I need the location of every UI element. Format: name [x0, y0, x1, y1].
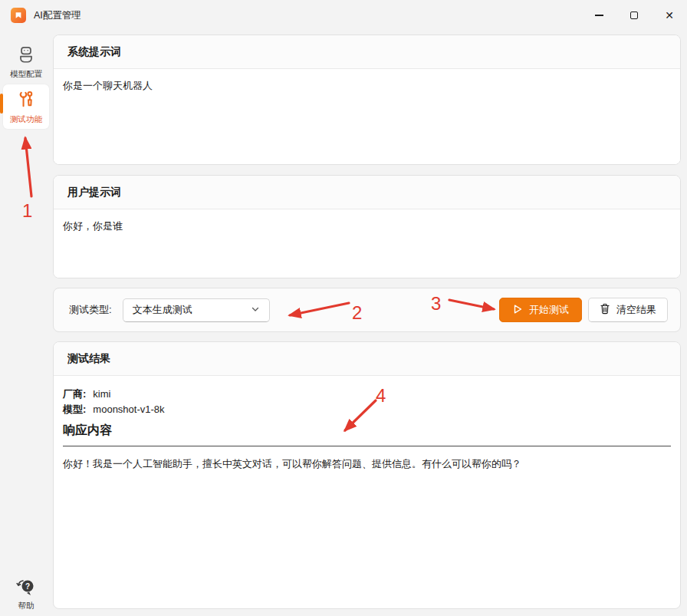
model-row: 模型:moonshot-v1-8k	[63, 402, 671, 417]
minimize-button[interactable]	[581, 0, 616, 31]
test-results-section: 测试结果 厂商:kimi 模型:moonshot-v1-8k 响应内容 你好！我…	[53, 341, 681, 609]
user-prompt-section: 用户提示词 你好，你是谁	[53, 175, 681, 278]
vendor-value: kimi	[93, 388, 110, 400]
maximize-icon	[630, 12, 638, 19]
response-text: 你好！我是一个人工智能助手，擅长中英文对话，可以帮你解答问题、提供信息。有什么可…	[63, 456, 671, 472]
user-prompt-title: 用户提示词	[67, 186, 121, 199]
robot-icon	[16, 54, 36, 67]
app-window: AI配置管理 ✕ 模型配置	[0, 0, 687, 616]
user-prompt-input[interactable]: 你好，你是谁	[54, 209, 680, 278]
vendor-label: 厂商:	[63, 388, 86, 400]
clear-results-button[interactable]: 清空结果	[588, 298, 668, 322]
model-label: 模型:	[63, 404, 86, 415]
tools-icon	[16, 99, 36, 112]
help-label: 帮助	[3, 601, 49, 611]
help-bubble-question-icon: ?	[15, 586, 37, 599]
close-button[interactable]: ✕	[652, 0, 687, 31]
system-prompt-input[interactable]: 你是一个聊天机器人	[54, 69, 680, 164]
test-results-body: 厂商:kimi 模型:moonshot-v1-8k 响应内容 你好！我是一个人工…	[54, 376, 680, 483]
app-title: AI配置管理	[34, 9, 81, 22]
test-type-label: 测试类型:	[69, 303, 112, 317]
response-heading: 响应内容	[63, 423, 671, 439]
response-divider	[63, 446, 671, 446]
test-type-select[interactable]: 文本生成测试	[123, 298, 270, 322]
test-results-title: 测试结果	[67, 352, 110, 366]
system-prompt-title: 系统提示词	[67, 45, 121, 59]
sidebar-item-test-feature[interactable]: 测试功能	[3, 84, 49, 129]
clear-results-label: 清空结果	[616, 303, 656, 317]
window-controls: ✕	[581, 0, 687, 31]
test-type-selected-value: 文本生成测试	[133, 303, 192, 317]
chevron-down-icon	[251, 305, 260, 316]
titlebar: AI配置管理 ✕	[0, 0, 687, 31]
sidebar-item-model-config[interactable]: 模型配置	[3, 44, 49, 80]
sidebar-item-label: 模型配置	[3, 69, 49, 80]
play-icon	[512, 304, 523, 317]
system-prompt-header: 系统提示词	[54, 35, 680, 69]
test-controls-bar: 测试类型: 文本生成测试 开始测试 清空结果	[53, 288, 681, 332]
sidebar-item-help[interactable]: ? 帮助	[3, 577, 49, 611]
sidebar-item-label: 测试功能	[3, 114, 49, 125]
maximize-button[interactable]	[616, 0, 652, 31]
model-value: moonshot-v1-8k	[93, 404, 164, 415]
svg-text:?: ?	[25, 582, 30, 591]
user-prompt-header: 用户提示词	[54, 176, 680, 209]
active-nav-indicator	[0, 94, 3, 114]
minimize-icon	[595, 15, 603, 15]
sidebar: 模型配置 测试功能	[0, 31, 52, 616]
system-prompt-section: 系统提示词 你是一个聊天机器人	[53, 35, 681, 165]
start-test-button[interactable]: 开始测试	[499, 298, 582, 322]
test-results-header: 测试结果	[54, 342, 680, 376]
vendor-row: 厂商:kimi	[63, 387, 671, 402]
app-logo-icon	[11, 8, 26, 23]
close-icon: ✕	[665, 9, 674, 21]
start-test-label: 开始测试	[529, 303, 569, 317]
trash-icon	[600, 303, 610, 317]
